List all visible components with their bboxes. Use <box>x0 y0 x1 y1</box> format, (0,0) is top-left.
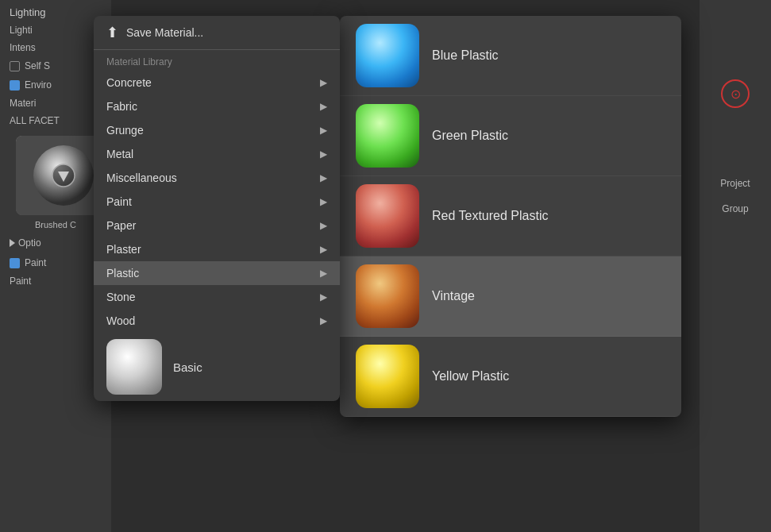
menu-item-plastic[interactable]: Plastic ▶ <box>94 261 340 285</box>
red-plastic-thumbnail <box>356 184 419 248</box>
right-panel: ⊙ Project Group <box>700 0 771 532</box>
environment-checkbox[interactable] <box>10 80 20 91</box>
menu-item-plaster-label: Plaster <box>106 243 141 256</box>
yellow-plastic-label: Yellow Plastic <box>432 369 509 384</box>
menu-arrow-metal: ▶ <box>320 148 327 160</box>
menu-item-paint[interactable]: Paint ▶ <box>94 190 340 214</box>
basic-label: Basic <box>173 360 202 374</box>
self-shadow-label: Self S <box>25 60 50 71</box>
material-thumbnail-label: Brushed C <box>8 220 103 229</box>
vintage-thumbnail <box>356 264 419 328</box>
menu-item-paper-label: Paper <box>106 219 136 232</box>
menu-item-metal-label: Metal <box>106 148 133 160</box>
menu-item-basic[interactable]: Basic <box>94 333 340 401</box>
menu-item-paint-label: Paint <box>106 195 132 208</box>
menu-item-fabric[interactable]: Fabric ▶ <box>94 94 340 118</box>
menu-arrow-plaster: ▶ <box>320 244 327 255</box>
green-plastic-thumbnail <box>356 104 419 168</box>
group-label: Group <box>722 203 748 214</box>
menu-item-stone[interactable]: Stone ▶ <box>94 285 340 309</box>
menu-arrow-fabric: ▶ <box>320 101 327 112</box>
save-material-label: Save Material... <box>126 26 203 39</box>
save-icon: ⬆ <box>106 24 118 41</box>
submenu-item-red-plastic[interactable]: Red Textured Plastic <box>340 176 681 256</box>
paint-label: Paint <box>25 257 46 268</box>
menu-item-grunge-label: Grunge <box>106 124 144 137</box>
menu-item-grunge[interactable]: Grunge ▶ <box>94 118 340 142</box>
menu-arrow-paper: ▶ <box>320 220 327 231</box>
menu-item-wood-label: Wood <box>106 314 135 327</box>
menu-item-fabric-label: Fabric <box>106 100 137 113</box>
save-material-item[interactable]: ⬆ Save Material... <box>94 16 340 50</box>
menu-arrow-paint: ▶ <box>320 196 327 207</box>
menu-item-plastic-label: Plastic <box>106 267 139 279</box>
menu-item-miscellaneous[interactable]: Miscellaneous ▶ <box>94 166 340 190</box>
main-dropdown-menu: ⬆ Save Material... Material Library Conc… <box>94 16 340 401</box>
yellow-plastic-thumbnail <box>356 345 419 408</box>
menu-item-concrete-label: Concrete <box>106 76 152 89</box>
menu-arrow-grunge: ▶ <box>320 125 327 136</box>
red-plastic-label: Red Textured Plastic <box>432 209 548 223</box>
search-icon: ⊙ <box>731 87 741 102</box>
menu-item-paper[interactable]: Paper ▶ <box>94 214 340 237</box>
green-plastic-label: Green Plastic <box>432 129 508 143</box>
menu-item-wood[interactable]: Wood ▶ <box>94 309 340 333</box>
project-label: Project <box>720 178 750 189</box>
menu-item-metal[interactable]: Metal ▶ <box>94 142 340 166</box>
submenu-item-green-plastic[interactable]: Green Plastic <box>340 96 681 176</box>
menu-item-miscellaneous-label: Miscellaneous <box>106 172 177 184</box>
menu-arrow-plastic: ▶ <box>320 268 327 279</box>
self-shadow-checkbox[interactable] <box>10 61 20 71</box>
search-button[interactable]: ⊙ <box>721 79 750 108</box>
environment-label: Enviro <box>25 79 52 91</box>
vintage-label: Vintage <box>432 289 475 303</box>
basic-material-thumbnail <box>106 339 162 395</box>
blue-plastic-thumbnail <box>356 24 419 87</box>
menu-arrow-stone: ▶ <box>320 291 327 303</box>
menu-arrow-concrete: ▶ <box>320 77 327 88</box>
blue-plastic-label: Blue Plastic <box>432 48 499 63</box>
menu-item-concrete[interactable]: Concrete ▶ <box>94 71 340 94</box>
material-thumb-wrapper: Brushed C <box>8 136 103 215</box>
menu-item-stone-label: Stone <box>106 291 136 303</box>
menu-arrow-wood: ▶ <box>320 315 327 326</box>
options-label: Optio <box>18 237 41 249</box>
submenu-panel: Blue Plastic Green Plastic Red Textured … <box>340 16 681 417</box>
submenu-item-vintage[interactable]: Vintage <box>340 256 681 337</box>
options-triangle-icon <box>10 239 15 247</box>
material-library-label: Material Library <box>94 50 340 71</box>
paint-checkbox[interactable] <box>10 258 20 268</box>
menu-item-plaster[interactable]: Plaster ▶ <box>94 237 340 261</box>
submenu-item-blue-plastic[interactable]: Blue Plastic <box>340 16 681 96</box>
menu-arrow-miscellaneous: ▶ <box>320 172 327 183</box>
submenu-item-yellow-plastic[interactable]: Yellow Plastic <box>340 337 681 417</box>
